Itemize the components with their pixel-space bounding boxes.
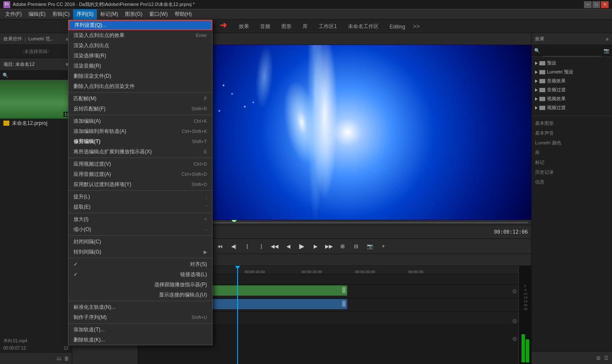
mark-out-button[interactable]: ⌋ [256, 241, 266, 251]
project-search-input[interactable] [0, 70, 72, 80]
menu-item-match-frame[interactable]: 匹配帧(M) F [68, 93, 212, 104]
menu-item-add-edit[interactable]: 添加编辑(A) Ctrl+K [68, 116, 212, 126]
menu-item-snap[interactable]: ✓ 对齐(S) [68, 259, 212, 269]
menu-item-delete-render[interactable]: 删除渲染文件(D) [68, 71, 212, 81]
apply-default-label: 应用默认过渡到选择项(Y) [74, 181, 131, 188]
effects-camera-icon[interactable]: 📷 [601, 48, 612, 54]
menu-item-delete-render2[interactable]: 删除入点到出点的渲染文件 [68, 81, 212, 91]
normalize-label: 标准化主轨道(N)... [74, 304, 116, 311]
project-item-folder[interactable]: 未命名12.prproj [0, 119, 72, 128]
menu-marker[interactable]: 标记(M) [97, 9, 122, 20]
effects-video-effects[interactable]: 视频效果 [532, 94, 612, 103]
panel-toolbar-icon1[interactable]: ⊞ [596, 355, 601, 361]
zoom-in-label: 放大(I) [74, 216, 88, 223]
expand-icon-audio-effects [535, 79, 538, 83]
tab-editing[interactable]: Editing [385, 21, 411, 31]
menu-item-reverse-match[interactable]: 反转匹配帧(F) Shift+R [68, 104, 212, 114]
menu-item-extend-edit[interactable]: 将所选编辑点扩展到播放指示器(X) E [68, 147, 212, 157]
lumetri-tab[interactable]: Lumetri 范... [28, 36, 54, 42]
delete-render-label: 删除渲染文件(D) [74, 73, 111, 80]
track-circles [513, 289, 517, 341]
menu-item-make-sub[interactable]: 制作子序列(M) Shift+U [68, 312, 212, 322]
menu-item-delete-track[interactable]: 删除轨道(K)... [68, 335, 212, 345]
menu-item-apply-default[interactable]: 应用默认过渡到选择项(Y) Shift+D [68, 179, 212, 189]
safe-margins-button[interactable]: ⊞ [337, 241, 348, 251]
play-button[interactable]: ▶ [297, 241, 307, 251]
output-button[interactable]: ⊟ [351, 241, 361, 251]
section-library[interactable]: 库 [532, 147, 612, 157]
menu-item-render-audio[interactable]: 渲染音频(R) [68, 61, 212, 71]
menu-item-selection-follows[interactable]: ✓ 选择跟随播放指示器(P) [68, 279, 212, 290]
tab-workspace1[interactable]: 工作区1 [314, 20, 342, 32]
effects-video-transitions[interactable]: 视频过渡 [532, 103, 612, 112]
effect-controls-header: 效果控件 | Lumetri 范... ≡ [0, 33, 72, 45]
effects-presets[interactable]: 预设 [532, 59, 612, 68]
match-frame-shortcut: F [204, 96, 207, 101]
panel-toolbar-icon2[interactable]: ☰ [604, 355, 609, 361]
tab-audio[interactable]: 音频 [255, 20, 275, 32]
menu-item-apply-audio[interactable]: 应用音频过渡(A) Ctrl+Shift+D [68, 169, 212, 179]
expand-icon-presets [535, 62, 538, 65]
more-tabs-icon[interactable]: >> [411, 23, 421, 30]
new-item-icon[interactable]: 🗂 [57, 356, 62, 361]
close-button[interactable]: ✕ [601, 1, 609, 8]
menu-item-extract[interactable]: 提取(E) ' [68, 202, 212, 212]
effects-lumetri[interactable]: Lumetri 预设 [532, 68, 612, 76]
tab-effects[interactable]: 效果 [234, 20, 254, 32]
effects-search-input[interactable] [543, 45, 601, 56]
menu-file[interactable]: 文件(F) [2, 9, 25, 20]
export-frame-button[interactable]: 📷 [365, 241, 375, 251]
step-fwd-button[interactable]: ▶ [310, 241, 320, 251]
menu-item-render-in-out[interactable]: 渲染入点到出点的效果 Enter [68, 30, 212, 40]
menu-item-lift[interactable]: 提升(L) ; [68, 192, 212, 202]
playhead[interactable] [237, 266, 238, 364]
prev-edit-button[interactable]: ◀◀ [269, 241, 280, 251]
minimize-button[interactable]: ─ [584, 1, 592, 8]
menu-item-show-linked[interactable]: ✓ 显示连接的编辑点(U) [68, 290, 212, 300]
menu-item-trim-edit[interactable]: 修剪编辑(T) Shift+T [68, 136, 212, 147]
menu-item-go-to-gap[interactable]: 转到间隔(G) ▶ [68, 247, 212, 257]
menu-item-apply-video[interactable]: 应用视频过渡(V) Ctrl+D [68, 159, 212, 169]
delete-icon[interactable]: 🗑 [64, 356, 69, 361]
section-basic-graphics[interactable]: 基本图形 [532, 118, 612, 127]
menu-item-zoom-in[interactable]: 放大(I) = [68, 214, 212, 224]
show-linked-label: 显示连接的编辑点(U) [159, 291, 207, 299]
menu-window[interactable]: 窗口(W) [146, 9, 171, 20]
vu-label-0: 0 [524, 285, 526, 288]
menu-shape[interactable]: 图形(G) [122, 9, 146, 20]
menu-item-render-select[interactable]: 渲染选择项(R) [68, 51, 212, 61]
tab-library[interactable]: 库 [298, 20, 313, 32]
next-edit-button[interactable]: ▶▶ [324, 241, 334, 251]
folder-icon-presets [539, 61, 545, 65]
menu-item-linked[interactable]: ✓ 链接选项(L) [68, 269, 212, 279]
effects-panel-menu-icon[interactable]: ≡ [606, 37, 609, 42]
section-lumetri-color[interactable]: Lumetri 颜色 [532, 137, 612, 147]
effects-audio-transitions[interactable]: 音频过渡 [532, 85, 612, 94]
menu-item-settings[interactable]: 序列设置(Q)... [68, 20, 212, 30]
section-basic-audio[interactable]: 基本声音 [532, 127, 612, 137]
tab-graphics[interactable]: 图形 [276, 20, 297, 32]
menu-edit[interactable]: 编辑(E) [25, 9, 49, 20]
menu-help[interactable]: 帮助(H) [171, 9, 196, 20]
maximize-button[interactable]: □ [592, 1, 600, 8]
add-button[interactable]: + [378, 241, 388, 251]
section-history[interactable]: 历史记录 [532, 166, 612, 176]
effects-audio-effects[interactable]: 音频效果 [532, 76, 612, 85]
step-back2-button[interactable]: ◀ [283, 241, 293, 251]
menu-item-normalize[interactable]: 标准化主轨道(N)... [68, 302, 212, 312]
step-back-button[interactable]: ◀| [229, 241, 239, 251]
tab-unnamed-workspace[interactable]: 未命名工作区 [343, 20, 384, 32]
section-markers[interactable]: 标记 [532, 157, 612, 166]
trim-edit-shortcut: Shift+T [192, 139, 207, 144]
to-start-button[interactable]: ⏮ [215, 241, 225, 251]
menu-item-render-out[interactable]: 渲染入点到出点 [68, 40, 212, 51]
menu-item-zoom-out[interactable]: 缩小(O) - [68, 224, 212, 234]
section-info[interactable]: 信息 [532, 176, 612, 186]
menu-item-add-edit-all[interactable]: 添加编辑到所有轨道(A) Ctrl+Shift+K [68, 126, 212, 136]
menu-clip[interactable]: 剪辑(C) [49, 9, 73, 20]
menu-item-close-gap[interactable]: 封闭间隔(C) [68, 237, 212, 247]
menu-item-add-track[interactable]: 添加轨道(T)... [68, 324, 212, 335]
separator-7 [68, 258, 212, 258]
mark-in-button[interactable]: ⌊ [242, 241, 252, 251]
menu-sequence[interactable]: 序列(S) [73, 9, 97, 20]
